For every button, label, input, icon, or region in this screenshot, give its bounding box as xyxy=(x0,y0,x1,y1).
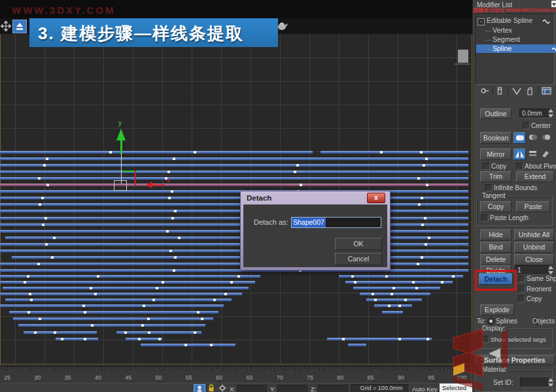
spline-line[interactable] xyxy=(382,311,403,314)
spline-line[interactable] xyxy=(0,157,468,160)
copy-checkbox[interactable] xyxy=(483,163,490,170)
spline-line[interactable] xyxy=(0,269,468,272)
spline-line[interactable] xyxy=(0,217,468,220)
stack-item-spline[interactable]: Spline xyxy=(476,44,556,53)
divide-spinner[interactable] xyxy=(548,265,554,275)
trim-button[interactable]: Trim xyxy=(480,171,512,182)
spline-line[interactable] xyxy=(0,197,468,199)
spline-line[interactable] xyxy=(3,287,249,289)
remove-modifier-icon[interactable] xyxy=(526,86,534,95)
spline-line[interactable] xyxy=(0,164,468,167)
boolean-intersect-icon[interactable] xyxy=(541,133,551,142)
spline-line[interactable] xyxy=(0,151,313,154)
spline-line[interactable] xyxy=(0,304,224,307)
show-end-result-icon[interactable] xyxy=(496,86,503,95)
pin-stack-icon[interactable] xyxy=(480,86,489,95)
copy2-checkbox[interactable] xyxy=(518,295,525,302)
mirror-button[interactable]: Mirror xyxy=(480,148,512,160)
x-coord-field[interactable] xyxy=(237,385,267,392)
spline-line[interactable] xyxy=(116,331,201,334)
spline-line[interactable] xyxy=(0,243,468,246)
mirror-vertical-icon[interactable] xyxy=(528,149,538,158)
infinite-bounds-checkbox[interactable] xyxy=(485,184,493,191)
z-coord-field[interactable] xyxy=(318,385,348,392)
spline-line-selected[interactable] xyxy=(0,184,468,186)
spline-line[interactable] xyxy=(348,344,366,346)
spline-line[interactable] xyxy=(0,250,468,252)
extend-button[interactable]: Extend xyxy=(516,171,554,182)
explode-button[interactable]: Explode xyxy=(480,304,514,316)
configure-modifier-sets-icon[interactable] xyxy=(542,86,552,95)
mirror-horizontal-icon[interactable] xyxy=(513,148,526,160)
spline-line[interactable] xyxy=(0,177,468,180)
ok-button[interactable]: OK xyxy=(335,238,382,250)
stack-item-editable-spline[interactable]: -Editable Spline xyxy=(476,16,553,25)
spline-line[interactable] xyxy=(0,171,468,173)
spline-line[interactable] xyxy=(374,304,412,307)
active-toggle-icon[interactable] xyxy=(551,46,556,52)
hide-button[interactable]: Hide xyxy=(480,229,512,240)
same-shp-checkbox[interactable] xyxy=(518,275,525,282)
boolean-button[interactable]: Boolean xyxy=(480,132,512,144)
spline-line[interactable] xyxy=(0,275,260,278)
spline-line[interactable] xyxy=(0,293,242,295)
tangent-copy-button[interactable]: Copy xyxy=(480,201,512,212)
unhide-all-button[interactable]: Unhide All xyxy=(514,229,554,240)
divide-value-field[interactable]: 1 xyxy=(515,265,549,275)
unbind-button[interactable]: Unbind xyxy=(514,242,554,253)
auto-key-button[interactable]: Auto Key xyxy=(412,385,438,392)
spline-line[interactable] xyxy=(0,281,255,284)
spline-line[interactable] xyxy=(126,338,162,340)
stack-item-vertex[interactable]: Vertex xyxy=(476,26,556,35)
spline-line[interactable] xyxy=(13,318,213,320)
set-id-field[interactable] xyxy=(520,378,549,387)
spline-line[interactable] xyxy=(5,299,232,301)
bind-button[interactable]: Bind xyxy=(480,242,512,253)
lock-selection-icon[interactable] xyxy=(208,384,215,392)
cancel-button[interactable]: Cancel xyxy=(335,253,382,265)
spline-line[interactable] xyxy=(5,237,468,239)
spline-line[interactable] xyxy=(9,311,218,314)
spline-line[interactable] xyxy=(141,344,235,346)
detach-name-input[interactable]: Shape007 xyxy=(291,217,381,228)
outline-spinner[interactable] xyxy=(548,108,554,118)
scene-object[interactable] xyxy=(458,50,468,63)
outline-value-field[interactable]: 0.0mm xyxy=(519,108,550,118)
spline-line[interactable] xyxy=(353,287,440,289)
stack-item-segment[interactable]: Segment xyxy=(476,35,556,44)
spline-line[interactable] xyxy=(0,230,468,233)
track-bar[interactable]: 253035404550556065707580859095100 xyxy=(0,365,471,384)
spline-line[interactable] xyxy=(321,151,468,154)
set-id-spinner[interactable] xyxy=(548,378,554,387)
center-checkbox[interactable] xyxy=(523,122,530,129)
expand-icon[interactable]: - xyxy=(478,18,485,25)
spline-line[interactable] xyxy=(360,293,430,295)
spline-line[interactable] xyxy=(0,190,468,193)
reorient-checkbox[interactable] xyxy=(518,286,525,293)
about-pivot-checkbox[interactable] xyxy=(516,163,523,170)
spline-line[interactable] xyxy=(0,203,468,206)
delete-button[interactable]: Delete xyxy=(480,254,512,265)
close-button[interactable]: Close xyxy=(514,254,554,265)
splines-radio[interactable] xyxy=(487,318,495,325)
mirror-both-icon[interactable] xyxy=(541,149,551,158)
spline-line[interactable] xyxy=(0,223,468,226)
paste-length-label: Paste Length xyxy=(490,214,529,221)
paste-length-checkbox[interactable] xyxy=(481,214,489,221)
boolean-subtract-icon[interactable] xyxy=(528,133,538,142)
tangent-paste-button[interactable]: Paste xyxy=(516,201,550,212)
isolate-selection-icon[interactable] xyxy=(194,384,205,392)
gear-icon[interactable] xyxy=(218,384,226,392)
boolean-union-icon[interactable] xyxy=(513,132,526,144)
dialog-close-button[interactable]: x xyxy=(367,193,385,203)
active-toggle-icon[interactable] xyxy=(542,18,551,24)
spline-line[interactable] xyxy=(0,263,468,265)
spline-line[interactable] xyxy=(345,281,453,284)
spline-line[interactable] xyxy=(18,324,205,327)
make-unique-icon[interactable] xyxy=(512,87,522,95)
spline-line[interactable] xyxy=(339,275,463,278)
ruler-tick xyxy=(283,367,284,371)
y-coord-field[interactable] xyxy=(277,385,307,392)
spline-line[interactable] xyxy=(0,210,468,212)
outline-button[interactable]: Outline xyxy=(480,108,512,119)
